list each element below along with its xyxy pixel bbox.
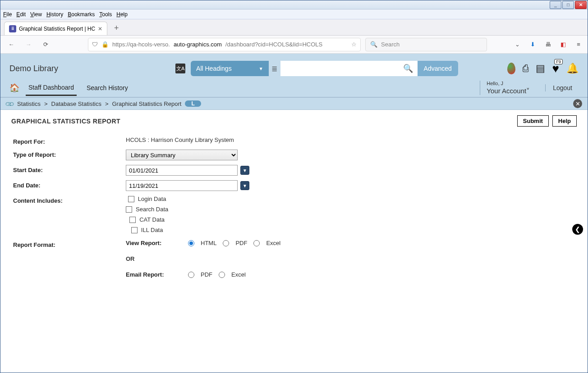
breadcrumb: 🔗 Statistics > Database Statistics > Gra… xyxy=(0,97,588,110)
minimize-button[interactable]: _ xyxy=(550,1,561,9)
view-pdf-label: PDF xyxy=(235,240,247,246)
start-date-input[interactable] xyxy=(126,165,238,176)
balloon-icon[interactable] xyxy=(507,63,515,74)
favorites-heart-icon[interactable]: ♥F9 xyxy=(552,62,559,76)
breadcrumb-sep: > xyxy=(105,100,109,107)
search-data-label: Search Data xyxy=(136,206,168,213)
ill-data-checkbox[interactable] xyxy=(131,227,138,233)
catalog-search-input[interactable] xyxy=(280,61,399,76)
email-pdf-radio[interactable] xyxy=(188,272,194,278)
report-for-label: Report For: xyxy=(13,136,126,145)
back-button[interactable]: ← xyxy=(5,38,18,51)
page-title: GRAPHICAL STATISTICS REPORT xyxy=(11,118,120,125)
notifications-bell-icon[interactable]: 🔔 xyxy=(566,63,579,74)
menu-history[interactable]: History xyxy=(46,11,63,18)
menu-tools[interactable]: Tools xyxy=(99,11,112,18)
side-collapse-icon[interactable]: ❮ xyxy=(572,224,583,235)
os-titlebar: _ □ ✕ xyxy=(0,0,588,9)
forward-button[interactable]: → xyxy=(22,38,35,51)
url-scheme: https://qa-hcols-verso. xyxy=(112,41,170,48)
view-html-radio[interactable] xyxy=(188,240,194,246)
home-icon[interactable]: 🏠 xyxy=(9,83,19,93)
breadcrumb-pill: L xyxy=(185,100,201,107)
url-input[interactable]: 🛡 🔒 https://qa-hcols-verso.auto-graphics… xyxy=(88,38,361,51)
url-toolbar: ← → ⟳ 🛡 🔒 https://qa-hcols-verso.auto-gr… xyxy=(0,36,588,54)
maximize-button[interactable]: □ xyxy=(562,1,574,9)
logout-link[interactable]: Logout xyxy=(545,84,572,91)
view-report-label: View Report: xyxy=(126,240,182,246)
view-html-label: HTML xyxy=(201,240,216,246)
breadcrumb-sep: > xyxy=(44,100,48,107)
url-path: /dashboard?cid=HCOLS&lid=HCOLS xyxy=(225,41,322,48)
reload-button[interactable]: ⟳ xyxy=(39,38,52,51)
tab-title: Graphical Statistics Report | HC xyxy=(19,26,95,32)
language-icon[interactable]: 文A xyxy=(175,64,185,73)
report-format-label: Report Format: xyxy=(13,240,126,248)
view-pdf-radio[interactable] xyxy=(223,240,229,246)
type-of-report-select[interactable]: Library Summary xyxy=(126,150,238,160)
email-excel-label: Excel xyxy=(231,271,246,278)
or-separator: OR xyxy=(126,255,135,262)
email-excel-radio[interactable] xyxy=(219,272,225,278)
bookmark-star-icon[interactable]: ☆ xyxy=(351,41,357,48)
app-header: Demo Library 文A All Headings ▼ ≣ 🔍 Advan… xyxy=(0,54,588,97)
database-icon[interactable]: ≣ xyxy=(269,61,280,76)
search-data-checkbox[interactable] xyxy=(126,206,132,213)
browser-menubar: File Edit View History Bookmarks Tools H… xyxy=(0,9,588,19)
report-for-value: HCOLS : Harrison County Library System xyxy=(126,136,234,143)
start-date-picker-icon[interactable]: ▼ xyxy=(240,166,249,175)
headings-dropdown[interactable]: All Headings ▼ xyxy=(191,61,269,76)
breadcrumb-2[interactable]: Database Statistics xyxy=(51,100,101,107)
link-icon: 🔗 xyxy=(5,98,15,109)
email-report-label: Email Report: xyxy=(126,271,182,278)
breadcrumb-1[interactable]: Statistics xyxy=(17,100,41,107)
catalog-search-button[interactable]: 🔍 xyxy=(399,61,418,76)
browser-search-box[interactable]: 🔍 Search xyxy=(365,38,487,51)
lock-icon: 🔒 xyxy=(101,41,109,48)
submit-button[interactable]: Submit xyxy=(517,115,549,127)
download-icon[interactable]: ⬇ xyxy=(528,40,537,49)
help-button[interactable]: Help xyxy=(552,115,577,127)
view-excel-label: Excel xyxy=(266,240,280,246)
favicon-icon: ⠿ xyxy=(9,25,16,32)
content-includes-label: Content Includes: xyxy=(13,196,126,204)
chevron-down-icon: ▼ xyxy=(259,66,263,71)
account-name: Your Account xyxy=(487,87,526,95)
list-icon[interactable]: ▤ xyxy=(536,63,545,74)
browser-tab-row: ⠿ Graphical Statistics Report | HC ✕ + xyxy=(0,19,588,36)
os-close-button[interactable]: ✕ xyxy=(575,1,587,9)
search-icon: 🔍 xyxy=(370,41,377,48)
email-pdf-label: PDF xyxy=(201,271,212,278)
menu-view[interactable]: View xyxy=(30,11,42,18)
heart-badge: F9 xyxy=(554,59,563,64)
nav-search-history[interactable]: Search History xyxy=(84,81,131,95)
pocket-icon[interactable]: ⌄ xyxy=(513,40,522,49)
start-date-label: Start Date: xyxy=(13,165,126,173)
end-date-picker-icon[interactable]: ▼ xyxy=(240,181,249,190)
breadcrumb-3: Graphical Statistics Report xyxy=(112,100,181,107)
advanced-search-button[interactable]: Advanced xyxy=(418,61,458,76)
menu-edit[interactable]: Edit xyxy=(16,11,26,18)
account-dropdown[interactable]: Hello, J Your Account˅ xyxy=(480,81,536,95)
hamburger-icon[interactable]: ≡ xyxy=(574,40,583,49)
cat-data-checkbox[interactable] xyxy=(129,217,136,223)
view-excel-radio[interactable] xyxy=(253,240,260,246)
browser-tab-active[interactable]: ⠿ Graphical Statistics Report | HC ✕ xyxy=(4,22,107,35)
search-placeholder: Search xyxy=(381,41,400,48)
nav-staff-dashboard[interactable]: Staff Dashboard xyxy=(26,80,77,96)
report-form: Report For: HCOLS : Harrison County Libr… xyxy=(0,132,588,287)
print-icon[interactable]: 🖶 xyxy=(543,40,552,49)
login-data-checkbox[interactable] xyxy=(128,196,134,202)
menu-file[interactable]: File xyxy=(3,11,12,18)
headings-label: All Headings xyxy=(196,65,232,72)
menu-bookmarks[interactable]: Bookmarks xyxy=(68,11,95,18)
end-date-input[interactable] xyxy=(126,180,238,191)
new-tab-button[interactable]: + xyxy=(110,22,123,34)
extension-icon[interactable]: ◧ xyxy=(559,40,568,49)
menu-help[interactable]: Help xyxy=(116,11,128,18)
cat-data-label: CAT Data xyxy=(139,216,165,223)
scan-icon[interactable]: ⎙ xyxy=(523,63,528,74)
library-brand: Demo Library xyxy=(9,64,58,73)
tab-close-icon[interactable]: ✕ xyxy=(98,26,102,32)
breadcrumb-close-icon[interactable]: ✕ xyxy=(573,99,582,108)
